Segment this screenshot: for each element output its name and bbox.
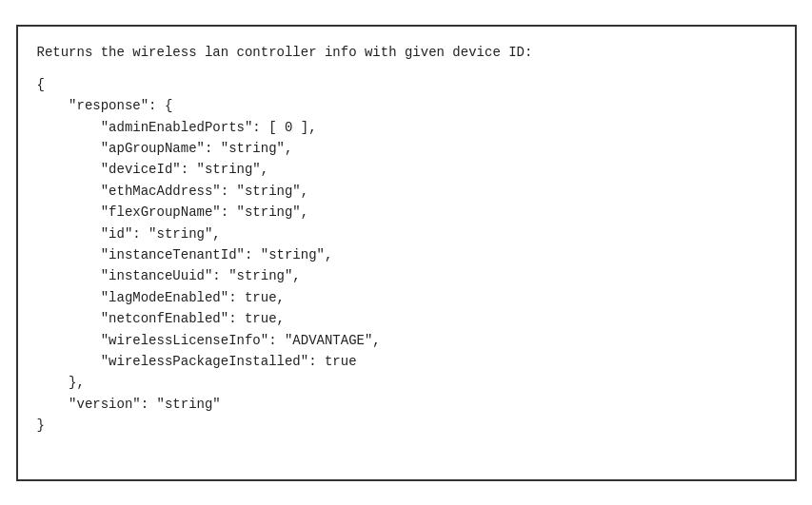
code-container: Returns the wireless lan controller info… [16, 25, 797, 481]
json-block: { "response": { "adminEnabledPorts": [ 0… [37, 74, 776, 437]
json-line: "id": "string", [37, 223, 776, 244]
json-line: "lagModeEnabled": true, [37, 287, 776, 308]
json-line: }, [37, 372, 776, 393]
json-line: "netconfEnabled": true, [37, 308, 776, 329]
description-text: Returns the wireless lan controller info… [37, 42, 776, 63]
json-line: "apGroupName": "string", [37, 138, 776, 159]
json-line: "deviceId": "string", [37, 159, 776, 180]
json-line: "ethMacAddress": "string", [37, 181, 776, 202]
json-line: "instanceUuid": "string", [37, 265, 776, 286]
json-line: "wirelessLicenseInfo": "ADVANTAGE", [37, 330, 776, 351]
json-line: } [37, 415, 776, 436]
json-line: "version": "string" [37, 394, 776, 415]
json-line: "response": { [37, 95, 776, 116]
json-line: "instanceTenantId": "string", [37, 244, 776, 265]
json-line: { [37, 74, 776, 95]
json-line: "adminEnabledPorts": [ 0 ], [37, 117, 776, 138]
json-line: "flexGroupName": "string", [37, 202, 776, 223]
json-line: "wirelessPackageInstalled": true [37, 351, 776, 372]
